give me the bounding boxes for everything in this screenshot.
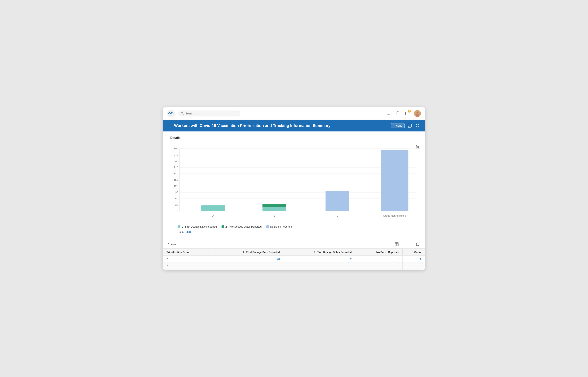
- cell-two-dosage-a[interactable]: 2: [283, 256, 355, 263]
- chart-legend: 1 - First Dosage Date Reported 2 - Two D…: [168, 223, 420, 230]
- bar-b-two-dosage[interactable]: [263, 204, 286, 207]
- header-icons: XLS: [407, 123, 420, 128]
- bar-gna-no-dates[interactable]: [381, 150, 408, 211]
- svg-rect-49: [402, 244, 405, 244]
- filter-icon[interactable]: [409, 242, 413, 247]
- bar-c-no-dates[interactable]: [326, 191, 349, 211]
- svg-rect-12: [418, 146, 418, 148]
- svg-rect-44: [395, 243, 398, 246]
- user-avatar[interactable]: [414, 110, 421, 117]
- logo-area: [167, 110, 175, 118]
- bar-a-two-dosage[interactable]: [201, 205, 225, 205]
- table-header-row: Prioritization Group 1 - First Dosage Da…: [163, 249, 425, 256]
- svg-text:30: 30: [175, 203, 178, 206]
- col-header-group: Prioritization Group: [163, 249, 212, 256]
- svg-text:0: 0: [176, 210, 178, 212]
- page-title: Workers with Covid-19 Vaccination Priori…: [174, 123, 389, 128]
- table-section: 5 items: [163, 240, 425, 270]
- svg-rect-13: [419, 145, 420, 148]
- svg-rect-10: [416, 126, 418, 127]
- svg-text:A: A: [212, 214, 214, 217]
- search-bar[interactable]: [178, 111, 240, 117]
- bar-b-first-dosage[interactable]: [263, 207, 286, 211]
- print-icon[interactable]: [415, 123, 420, 128]
- legend-label-no-dates: No Dates Reported: [270, 225, 292, 228]
- top-nav: 3: [163, 107, 425, 120]
- legend-dot-two-dosage: [222, 225, 224, 228]
- main-content: › Details: [163, 131, 425, 270]
- data-table: Prioritization Group 1 - First Dosage Da…: [163, 248, 425, 270]
- table-actions: [394, 242, 420, 247]
- col-header-count: Count: [402, 249, 425, 256]
- chat-icon[interactable]: [386, 111, 391, 116]
- workday-logo: [167, 110, 175, 118]
- col-header-first-dosage: 1 - First Dosage Date Reported: [212, 249, 283, 256]
- cell-first-dosage-b[interactable]: [212, 263, 283, 270]
- notification-icon[interactable]: [395, 111, 401, 116]
- spreadsheet-view-icon[interactable]: [394, 242, 399, 247]
- table-toolbar: 5 items: [163, 240, 425, 248]
- excel-export-icon[interactable]: XLS: [407, 123, 412, 128]
- legend-two-dosage: 2 - Two Dosage Dates Reported: [222, 225, 262, 228]
- cell-first-dosage-a[interactable]: 28: [212, 256, 283, 263]
- legend-label-first-dosage: 1 - First Dosage Date Reported: [181, 225, 217, 228]
- app-container: 3 ← Workers with Covid-19 Vaccination Pr…: [163, 107, 425, 270]
- actions-button[interactable]: Actions: [391, 123, 405, 128]
- svg-text:Group Not Assigned: Group Not Assigned: [383, 214, 406, 217]
- cell-no-dates-a: 0: [355, 256, 402, 263]
- cell-count-a[interactable]: 30: [402, 256, 425, 263]
- items-count: 5 items: [168, 243, 176, 246]
- svg-rect-3: [406, 112, 409, 115]
- bar-a-first-dosage[interactable]: [201, 205, 225, 211]
- svg-text:XLS: XLS: [408, 126, 410, 127]
- svg-text:60: 60: [175, 197, 178, 200]
- table-row: A 28 2 0 30: [163, 256, 425, 263]
- table-view-icon[interactable]: [401, 242, 406, 247]
- legend-dot-no-dates: [266, 225, 269, 228]
- cell-no-dates-b: [355, 263, 402, 270]
- svg-text:90: 90: [175, 191, 178, 194]
- cell-group-b: B: [163, 263, 212, 270]
- expand-icon[interactable]: [415, 242, 420, 247]
- svg-text:210: 210: [174, 166, 178, 169]
- legend-dot-first-dosage: [177, 225, 180, 228]
- legend-no-dates: No Dates Reported: [266, 225, 292, 228]
- bar-chart: 300 270 240 210 180 150 120 90 60 30 0: [168, 145, 420, 223]
- svg-rect-50: [402, 245, 405, 245]
- table-row: B: [163, 263, 425, 270]
- back-button[interactable]: ←: [168, 123, 172, 128]
- details-chevron[interactable]: ›: [168, 136, 169, 140]
- nav-right: 3: [386, 110, 421, 117]
- svg-text:120: 120: [174, 185, 178, 188]
- svg-line-2: [183, 114, 183, 115]
- cell-two-dosage-b[interactable]: [283, 263, 355, 270]
- svg-text:240: 240: [174, 160, 178, 163]
- count-row: Count 488: [168, 230, 420, 236]
- search-icon: [181, 112, 184, 115]
- inbox-icon[interactable]: 3: [405, 111, 410, 116]
- details-section: › Details: [163, 131, 425, 143]
- svg-text:270: 270: [174, 153, 178, 156]
- svg-text:300: 300: [174, 147, 178, 150]
- count-value[interactable]: 488: [187, 231, 191, 234]
- inbox-badge: 3: [408, 110, 411, 113]
- svg-text:150: 150: [174, 178, 178, 181]
- details-header: › Details: [168, 135, 420, 143]
- col-header-two-dosage: 2 - Two Dosage Dates Reported: [283, 249, 355, 256]
- legend-label-two-dosage: 2 - Two Dosage Dates Reported: [225, 225, 262, 228]
- svg-point-5: [416, 112, 419, 114]
- chart-controls: [416, 145, 420, 149]
- legend-first-dosage: 1 - First Dosage Date Reported: [177, 225, 217, 228]
- chart-settings-icon[interactable]: [416, 145, 420, 149]
- chart-container: 300 270 240 210 180 150 120 90 60 30 0: [163, 143, 425, 240]
- count-label: Count: [177, 231, 184, 234]
- page-header: ← Workers with Covid-19 Vaccination Prio…: [163, 120, 425, 131]
- cell-count-b[interactable]: [402, 263, 425, 270]
- details-title: Details: [170, 136, 180, 140]
- search-input[interactable]: [185, 112, 237, 115]
- svg-point-6: [415, 114, 419, 117]
- svg-rect-48: [402, 243, 405, 243]
- col-header-no-dates: No Dates Reported: [355, 249, 402, 256]
- svg-text:C: C: [336, 214, 338, 217]
- cell-group-a: A: [163, 256, 212, 263]
